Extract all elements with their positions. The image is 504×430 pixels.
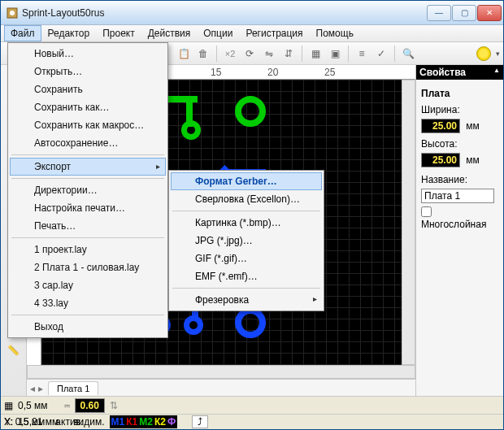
minimize-button[interactable]: —	[427, 5, 451, 21]
menu-file[interactable]: Файл	[4, 25, 41, 41]
separator	[172, 211, 320, 211]
multilayer-label: Многослойная	[421, 219, 486, 230]
menu-recent-3[interactable]: 3 cap.lay	[10, 276, 166, 294]
menu-options[interactable]: Опции	[197, 25, 239, 41]
menu-save-as[interactable]: Сохранить как…	[10, 98, 166, 116]
height-input[interactable]: 25.00	[421, 153, 460, 167]
tb-mirror-v-icon[interactable]: ⇵	[280, 45, 298, 63]
tb-layers-icon[interactable]: ≡	[353, 45, 371, 63]
name-label: Название:	[421, 174, 467, 185]
separator	[172, 288, 320, 289]
export-gerber[interactable]: Формат Gerber…	[171, 172, 322, 190]
layer-m1[interactable]: М1	[111, 416, 125, 428]
tb-drc-icon[interactable]: ✓	[372, 45, 390, 63]
width-label: Ширина:	[421, 104, 460, 115]
ruler-tick: 20	[267, 67, 278, 78]
height-label: Высота:	[421, 138, 458, 150]
y-label: Y:	[4, 416, 13, 428]
separator	[348, 46, 349, 62]
spinner-icon[interactable]: ⇅	[110, 400, 118, 411]
separator	[216, 46, 217, 62]
tb-paste-icon[interactable]: 📋	[175, 45, 193, 63]
board-tabs: ◂ ▸ Плата 1	[27, 379, 415, 397]
menu-editor[interactable]: Редактор	[41, 25, 97, 41]
tb-zoom-icon[interactable]: 🔍	[399, 45, 417, 63]
menu-print[interactable]: Печать…	[10, 217, 166, 235]
menu-project[interactable]: Проект	[96, 25, 141, 41]
export-milling[interactable]: Фрезеровка	[171, 291, 322, 309]
menu-save-macro[interactable]: Сохранить как макрос…	[10, 116, 166, 134]
menu-recent-1[interactable]: 1 проект.lay	[10, 241, 166, 258]
props-title-label: Свойства	[419, 67, 466, 78]
track-width[interactable]: 0.60	[75, 398, 105, 413]
separator	[394, 46, 395, 62]
menu-autosave[interactable]: Автосохранение…	[10, 134, 166, 152]
unit-label: мм	[466, 120, 480, 132]
separator	[11, 237, 164, 238]
menu-open[interactable]: Открыть…	[10, 63, 166, 80]
window-title: Sprint-Layout50rus	[22, 7, 426, 19]
separator	[11, 315, 164, 315]
titlebar: Sprint-Layout50rus — ▢ ✕	[1, 1, 503, 25]
route-mode-icon[interactable]: ⤴	[192, 415, 208, 428]
tb-delete-icon[interactable]: 🗑	[194, 45, 212, 63]
export-bmp[interactable]: Картинка (*.bmp)…	[171, 214, 322, 232]
grid-icon[interactable]: ▦	[4, 400, 13, 411]
menu-exit[interactable]: Выход	[10, 318, 166, 336]
app-window: Sprint-Layout50rus — ▢ ✕ Файл Редактор П…	[0, 0, 504, 430]
tb-rotate-icon[interactable]: ⟳	[241, 45, 259, 63]
layer-f[interactable]: Ф	[167, 416, 176, 428]
file-menu-dropdown: Новый… Открыть… Сохранить Сохранить как……	[7, 42, 168, 338]
y-value: 0,5 мм	[15, 416, 46, 428]
menu-registration[interactable]: Регистрация	[239, 25, 309, 41]
tb-duplicate-icon[interactable]: ×2	[221, 45, 239, 63]
export-excellon[interactable]: Сверловка (Excellon)…	[171, 190, 322, 208]
tb-mirror-h-icon[interactable]: ⇋	[260, 45, 278, 63]
menu-export[interactable]: Экспорт	[10, 158, 166, 176]
scrollbar-horizontal[interactable]	[27, 365, 415, 379]
menu-actions[interactable]: Действия	[141, 25, 198, 41]
menu-new[interactable]: Новый…	[10, 45, 166, 63]
track-icon[interactable]: ⎓	[64, 400, 70, 411]
layer-m2[interactable]: М2	[139, 416, 153, 428]
name-input[interactable]: Плата 1	[421, 189, 494, 203]
menu-save[interactable]: Сохранить	[10, 80, 166, 98]
board-tab[interactable]: Плата 1	[48, 381, 98, 395]
menubar: Файл Редактор Проект Действия Опции Реги…	[1, 25, 503, 42]
y-row: Y: 0,5 мм актив.	[4, 416, 83, 428]
export-jpg[interactable]: JPG (*.jpg)…	[171, 232, 322, 250]
export-submenu: Формат Gerber… Сверловка (Excellon)… Кар…	[168, 170, 324, 311]
tb-align-icon[interactable]: ▦	[306, 45, 324, 63]
layer-k2[interactable]: К2	[154, 416, 166, 428]
tab-prev-icon[interactable]: ◂	[30, 383, 35, 394]
tb-group-icon[interactable]: ▣	[326, 45, 344, 63]
active-label: актив.	[55, 416, 83, 428]
multilayer-checkbox[interactable]: Многослойная	[421, 209, 486, 229]
collapse-icon[interactable]: ▲	[493, 67, 500, 78]
layer-k1[interactable]: К1	[126, 416, 137, 428]
multilayer-input[interactable]	[421, 206, 432, 217]
menu-directories[interactable]: Директории…	[10, 181, 166, 199]
tool-measure-icon[interactable]: 📏	[1, 340, 26, 361]
window-controls: — ▢ ✕	[426, 5, 502, 21]
menu-help[interactable]: Помощь	[310, 25, 360, 41]
scrollbar-vertical[interactable]	[402, 80, 415, 365]
ruler-tick: 25	[324, 67, 335, 78]
separator	[11, 178, 164, 179]
menu-print-setup[interactable]: Настройка печати…	[10, 199, 166, 217]
layer-indicator[interactable]: М1 К1 М2 К2 Ф	[110, 415, 178, 428]
props-title: Свойства ▲	[416, 65, 503, 80]
properties-panel: Свойства ▲ Плата Ширина: 25.00 мм Высота…	[415, 65, 503, 397]
export-gif[interactable]: GIF (*.gif)…	[171, 250, 322, 267]
width-input[interactable]: 25.00	[421, 119, 460, 133]
export-emf[interactable]: EMF (*.emf)…	[171, 267, 322, 285]
tab-next-icon[interactable]: ▸	[38, 383, 43, 394]
close-button[interactable]: ✕	[477, 5, 502, 21]
tb-highlight-icon[interactable]	[476, 46, 491, 61]
menu-recent-4[interactable]: 4 33.lay	[10, 294, 166, 312]
menu-recent-2[interactable]: 2 Плата 1 - силовая.lay	[10, 258, 166, 276]
maximize-button[interactable]: ▢	[452, 5, 476, 21]
svg-point-1	[10, 11, 15, 15]
separator	[302, 46, 302, 62]
props-board-header: Плата	[421, 85, 498, 104]
